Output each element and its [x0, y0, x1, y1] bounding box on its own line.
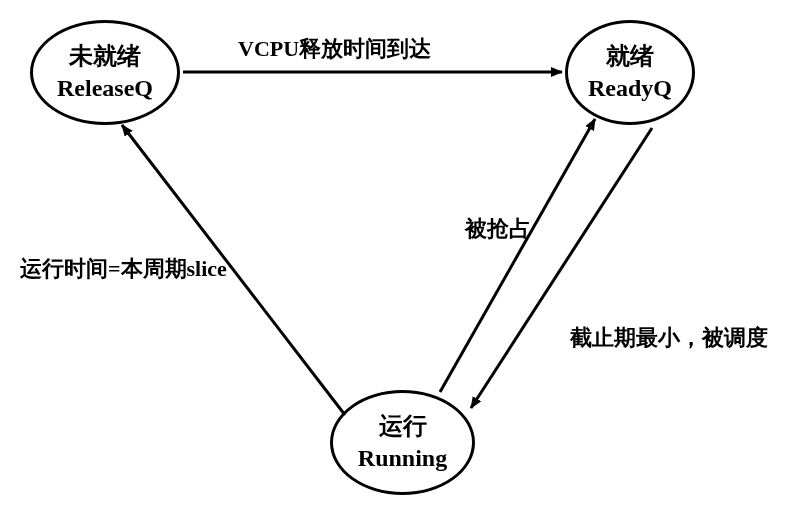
- state-releaseq: 未就绪 ReleaseQ: [30, 20, 180, 125]
- arrow-ready-to-running: [471, 128, 652, 408]
- state-releaseq-label-en: ReleaseQ: [57, 73, 153, 104]
- state-running-label-cn: 运行: [379, 411, 427, 442]
- state-readyq-label-cn: 就绪: [606, 41, 654, 72]
- edge-label-running-to-ready: 被抢占: [465, 214, 531, 244]
- edge-label-release-to-ready: VCPU释放时间到达: [238, 34, 431, 64]
- state-running-label-en: Running: [358, 443, 447, 474]
- edge-label-ready-to-running: 截止期最小，被调度: [570, 323, 768, 353]
- state-running: 运行 Running: [330, 390, 475, 495]
- state-releaseq-label-cn: 未就绪: [69, 41, 141, 72]
- state-readyq: 就绪 ReadyQ: [565, 20, 695, 125]
- edge-label-running-to-release: 运行时间=本周期slice: [20, 254, 227, 284]
- state-readyq-label-en: ReadyQ: [588, 73, 672, 104]
